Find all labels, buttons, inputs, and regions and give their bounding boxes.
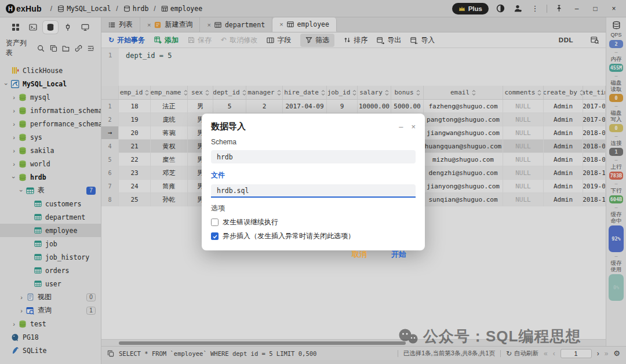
option-label: 异步插入（发生插入异常时请关闭此选项）: [223, 231, 355, 241]
watermark-text: 公众号：SQL编程思想: [423, 326, 581, 347]
start-button[interactable]: 开始: [391, 249, 406, 260]
schema-input[interactable]: hrdb: [211, 150, 416, 163]
dialog-header: 数据导入 – ×: [211, 121, 416, 132]
dialog-minimize-button[interactable]: –: [399, 122, 403, 131]
hexhub-window: H exHub / MySQL_Local / hrdb / employee …: [0, 0, 626, 364]
dialog-title: 数据导入: [211, 121, 246, 132]
checkbox-unchecked-icon[interactable]: [211, 219, 219, 226]
option-async-insert[interactable]: 异步插入（发生插入异常时请关闭此选项）: [211, 231, 416, 241]
dialog-close-button[interactable]: ×: [411, 122, 416, 131]
options-label: 选项: [211, 203, 416, 213]
watermark: 公众号：SQL编程思想: [398, 326, 581, 347]
schema-label: Schema: [211, 138, 416, 146]
file-input[interactable]: hrdb.sql: [211, 184, 416, 198]
dialog-footer: 取消 开始: [211, 249, 416, 260]
data-import-dialog: 数据导入 – × Schema hrdb 文件 hrdb.sql 选项 发生错误…: [202, 114, 425, 250]
checkbox-checked-icon[interactable]: [211, 232, 219, 240]
cancel-button[interactable]: 取消: [352, 249, 367, 260]
option-label: 发生错误继续执行: [223, 217, 278, 227]
file-picker-link[interactable]: 文件: [211, 170, 416, 180]
wechat-icon: [398, 328, 418, 345]
option-continue-on-error[interactable]: 发生错误继续执行: [211, 217, 416, 227]
